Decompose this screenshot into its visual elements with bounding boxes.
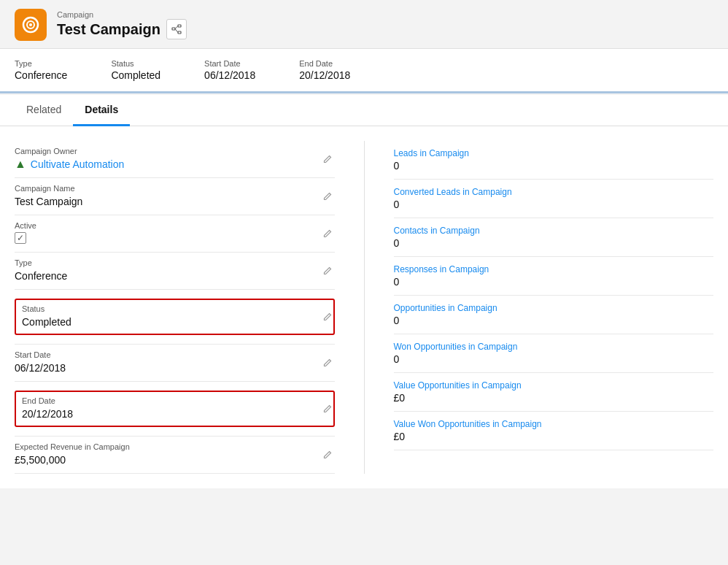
active-checkbox[interactable]: ✓ — [15, 232, 26, 244]
svg-rect-3 — [172, 28, 175, 30]
tab-details[interactable]: Details — [73, 95, 130, 126]
summary-end-value: 20/12/2018 — [299, 69, 350, 81]
type-edit-icon[interactable] — [323, 266, 332, 275]
checkmark-icon: ✓ — [17, 233, 24, 243]
end-date-value: 20/12/2018 — [22, 407, 328, 421]
summary-status-label: Status — [111, 59, 160, 68]
summary-end-label: End Date — [299, 59, 350, 68]
summary-start-value: 06/12/2018 — [204, 69, 255, 81]
status-highlighted-box: Status Completed — [15, 299, 335, 335]
field-contacts-in-campaign: Contacts in Campaign 0 — [394, 218, 714, 257]
contacts-value: 0 — [394, 237, 714, 249]
opportunities-label: Opportunities in Campaign — [394, 303, 714, 313]
end-date-highlighted-box: End Date 20/12/2018 — [15, 391, 335, 427]
responses-value: 0 — [394, 276, 714, 288]
leads-value: 0 — [394, 160, 714, 172]
summary-bar: Type Conference Status Completed Start D… — [0, 49, 728, 93]
main-content: Campaign Owner ▲ Cultivate Automation Ca… — [0, 126, 728, 488]
summary-status-value: Completed — [111, 69, 160, 81]
expected-revenue-value: £5,500,000 — [15, 453, 335, 467]
header-text: Campaign Test Campaign — [57, 10, 187, 39]
start-date-value: 06/12/2018 — [15, 361, 335, 375]
summary-status: Status Completed — [111, 59, 160, 81]
campaign-app-icon — [15, 9, 47, 41]
summary-end-date: End Date 20/12/2018 — [299, 59, 350, 81]
leads-label: Leads in Campaign — [394, 148, 714, 158]
converted-leads-value: 0 — [394, 199, 714, 210]
converted-leads-label: Converted Leads in Campaign — [394, 187, 714, 197]
summary-type-value: Conference — [15, 69, 67, 81]
svg-rect-4 — [178, 25, 181, 27]
field-active: Active ✓ — [15, 215, 335, 253]
value-opportunities-value: £0 — [394, 392, 714, 404]
field-campaign-owner: Campaign Owner ▲ Cultivate Automation — [15, 141, 335, 178]
field-responses-in-campaign: Responses in Campaign 0 — [394, 257, 714, 296]
field-opportunities-in-campaign: Opportunities in Campaign 0 — [394, 296, 714, 334]
responses-label: Responses in Campaign — [394, 264, 714, 274]
field-expected-revenue: Expected Revenue in Campaign £5,500,000 — [15, 437, 335, 474]
svg-rect-5 — [178, 31, 181, 34]
summary-start-date: Start Date 06/12/2018 — [204, 59, 255, 81]
hierarchy-button[interactable] — [166, 19, 187, 39]
expected-revenue-edit-icon[interactable] — [323, 450, 332, 459]
start-date-label: Start Date — [15, 350, 335, 359]
campaign-name-label: Campaign Name — [15, 184, 335, 193]
opportunities-value: 0 — [394, 315, 714, 326]
end-date-label: End Date — [22, 396, 328, 405]
type-label: Type — [15, 258, 335, 267]
contacts-label: Contacts in Campaign — [394, 226, 714, 236]
start-date-edit-icon[interactable] — [323, 358, 332, 367]
tab-related[interactable]: Related — [15, 95, 73, 126]
field-start-date: Start Date 06/12/2018 — [15, 345, 335, 382]
value-opportunities-label: Value Opportunities in Campaign — [394, 380, 714, 391]
field-won-opportunities: Won Opportunities in Campaign 0 — [394, 334, 714, 373]
value-won-opportunities-value: £0 — [394, 431, 714, 442]
tree-icon: ▲ — [15, 158, 26, 171]
field-type: Type Conference — [15, 253, 335, 290]
field-value-opportunities: Value Opportunities in Campaign £0 — [394, 373, 714, 412]
page-header: Campaign Test Campaign — [0, 0, 728, 49]
field-converted-leads: Converted Leads in Campaign 0 — [394, 180, 714, 218]
left-column: Campaign Owner ▲ Cultivate Automation Ca… — [15, 141, 365, 474]
campaign-name-value: Test Campaign — [15, 194, 335, 209]
summary-start-label: Start Date — [204, 59, 255, 68]
object-label: Campaign — [57, 10, 187, 19]
field-leads-in-campaign: Leads in Campaign 0 — [394, 141, 714, 180]
svg-point-2 — [29, 23, 32, 26]
summary-type: Type Conference — [15, 59, 67, 81]
campaign-owner-label: Campaign Owner — [15, 147, 335, 155]
field-value-won-opportunities: Value Won Opportunities in Campaign £0 — [394, 412, 714, 450]
won-opportunities-label: Won Opportunities in Campaign — [394, 342, 714, 352]
active-label: Active — [15, 221, 335, 230]
right-column: Leads in Campaign 0 Converted Leads in C… — [365, 141, 714, 474]
value-won-opportunities-label: Value Won Opportunities in Campaign — [394, 419, 714, 429]
field-end-date: End Date 20/12/2018 — [15, 382, 335, 437]
summary-type-label: Type — [15, 59, 67, 68]
won-opportunities-value: 0 — [394, 353, 714, 365]
active-edit-icon[interactable] — [323, 229, 332, 238]
expected-revenue-label: Expected Revenue in Campaign — [15, 442, 335, 451]
svg-line-7 — [175, 29, 178, 33]
field-campaign-name: Campaign Name Test Campaign — [15, 178, 335, 215]
end-date-edit-icon[interactable] — [323, 404, 332, 413]
page-title: Test Campaign — [57, 21, 160, 38]
status-label: Status — [22, 304, 328, 313]
status-value: Completed — [22, 315, 328, 329]
campaign-owner-value[interactable]: Cultivate Automation — [31, 157, 124, 172]
svg-line-6 — [175, 26, 178, 29]
name-edit-icon[interactable] — [323, 192, 332, 201]
status-edit-icon[interactable] — [323, 312, 332, 321]
tabs-bar: Related Details — [0, 95, 728, 126]
field-status: Status Completed — [15, 290, 335, 345]
owner-edit-icon[interactable] — [323, 155, 332, 164]
type-value: Conference — [15, 269, 335, 283]
